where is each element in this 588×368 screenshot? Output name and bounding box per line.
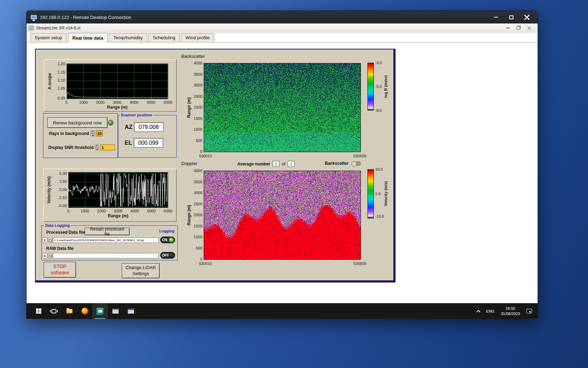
rdp-maximize-button[interactable]: [505, 13, 518, 22]
snr-spinner[interactable]: [95, 144, 99, 150]
raw-data-file-label: RAW Data file: [46, 246, 74, 251]
app-title: StreamLine XR v14-6.vi: [36, 26, 80, 30]
scanner-position-box: [118, 115, 177, 158]
tab-temp-humidity[interactable]: Temp/humidity: [109, 33, 147, 42]
streamline-app-window: StreamLine XR v14-6.vi System setup Real…: [27, 23, 538, 303]
colorbar-tick: -8.0: [375, 108, 382, 113]
backscatter-toggle-label: Backscatter: [325, 161, 349, 166]
logging-on-led: [169, 238, 173, 242]
snr-value-field[interactable]: 1: [100, 144, 115, 150]
task-view-icon: [51, 309, 56, 313]
labview-vi-icon: [29, 26, 34, 30]
rdp-window: 192.168.0.122 - Remote Desktop Connectio…: [26, 11, 538, 319]
browse-icon[interactable]: [48, 238, 52, 243]
tray-expand-icon[interactable]: [476, 310, 480, 314]
doppler-colorbar-label: Velocity (m/s): [383, 169, 388, 218]
streamline-app-icon: [97, 308, 104, 315]
velocity-chart-frame: [43, 169, 177, 222]
firefox-icon: [82, 308, 88, 314]
streamline-taskbar-button[interactable]: [92, 303, 108, 319]
taskbar-app-button-2[interactable]: [123, 303, 139, 319]
rdp-close-button[interactable]: [520, 13, 533, 22]
raw-logging-toggle[interactable]: OFF: [160, 252, 175, 259]
backscatter-heatmap: [180, 59, 371, 161]
app-titlebar[interactable]: StreamLine XR v14-6.vi: [27, 23, 538, 33]
processed-logging-toggle[interactable]: ON: [160, 237, 175, 243]
drive-letter-icon[interactable]: C: [43, 253, 47, 258]
average-of-field[interactable]: 1: [288, 161, 294, 167]
stop-software-button[interactable]: STOP software: [44, 262, 76, 278]
colorbar-tick: -5.5: [375, 84, 382, 89]
tab-real-time-data[interactable]: Real time data: [68, 33, 108, 42]
el-value-field[interactable]: 000.099: [134, 138, 163, 148]
action-center-icon[interactable]: [526, 309, 532, 313]
app-client-area: Renew background now Rays in background …: [27, 42, 538, 303]
browse-icon[interactable]: [48, 253, 52, 258]
stop-line1: STOP: [53, 264, 66, 270]
spinner-down-icon[interactable]: [95, 148, 99, 151]
task-view-button[interactable]: [46, 303, 62, 319]
ascope-chart: [44, 60, 176, 111]
rdp-titlebar[interactable]: 192.168.0.122 - Remote Desktop Connectio…: [27, 11, 538, 23]
taskbar-clock[interactable]: 18:50 31/08/2023: [501, 306, 520, 316]
remote-desktop-area: StreamLine XR v14-6.vi System setup Real…: [27, 23, 538, 319]
change-line2: Settings: [133, 271, 149, 277]
clock-time: 18:50: [501, 306, 520, 311]
drive-letter-icon[interactable]: C: [43, 238, 47, 243]
of-label: of: [282, 162, 285, 166]
rdp-computer-icon: [31, 15, 37, 19]
restart-processed-file-button[interactable]: Restart processed file: [85, 228, 130, 235]
rdp-minimize-button[interactable]: [489, 13, 503, 22]
small-document-window-icon: [128, 309, 134, 314]
file-explorer-button[interactable]: [62, 303, 77, 319]
tab-scheduling[interactable]: Scheduling: [148, 33, 180, 42]
spinner-down-icon[interactable]: [91, 134, 94, 137]
logging-label: Logging: [158, 229, 175, 233]
doppler-section-title: Doppler: [181, 161, 197, 166]
rays-spinner[interactable]: [91, 130, 94, 136]
off-label: OFF: [162, 253, 169, 257]
data-logging-label: Data Logging: [44, 223, 71, 227]
renew-background-button[interactable]: Renew background now: [47, 117, 107, 128]
doppler-heatmap: [180, 166, 371, 270]
rays-in-background-label: Rays in background: [49, 131, 89, 136]
average-number-label: Average number: [237, 162, 270, 166]
spinner-up-icon[interactable]: [91, 130, 94, 134]
stop-line2: software: [51, 270, 69, 276]
start-button[interactable]: [31, 303, 46, 319]
folder-icon: [66, 309, 72, 313]
rdp-title: 192.168.0.122 - Remote Desktop Connectio…: [40, 15, 131, 20]
processed-path-field[interactable]: C:\Lidar\Data\Proc\2023\202308\20230831\…: [53, 238, 159, 243]
display-snr-threshold-label: Display SNR threshold: [48, 145, 93, 150]
spinner-up-icon[interactable]: [95, 144, 99, 148]
az-label: AZ: [125, 124, 133, 131]
app-restore-icon[interactable]: [517, 26, 520, 29]
firefox-button[interactable]: [77, 303, 92, 319]
app-close-icon[interactable]: [527, 26, 531, 30]
backscatter-colorbar: [368, 63, 374, 110]
change-line1: Change LiDAR: [126, 265, 156, 271]
system-tray: ENG 18:50 31/08/2023: [477, 306, 538, 316]
taskbar: ENG 18:50 31/08/2023: [27, 303, 538, 319]
doppler-colorbar: [368, 169, 374, 218]
raw-path-field[interactable]: [53, 253, 159, 258]
colorbar-tick: 10.0: [375, 167, 383, 171]
az-value-field[interactable]: 079.008: [134, 122, 163, 132]
logging-off-led: [169, 253, 173, 257]
renew-status-led: [108, 120, 113, 125]
rays-value-field[interactable]: 10: [96, 130, 103, 136]
app-minimize-icon[interactable]: [506, 28, 510, 28]
desktop-background: 192.168.0.122 - Remote Desktop Connectio…: [0, 0, 588, 368]
average-number-field[interactable]: 1: [273, 161, 279, 167]
tab-system-setup[interactable]: System setup: [30, 33, 67, 42]
taskbar-app-button-1[interactable]: [108, 303, 123, 319]
backscatter-toggle[interactable]: [351, 162, 361, 165]
backscatter-colorbar-label: log B (/m/sr): [383, 63, 388, 110]
tab-wind-profile[interactable]: Wind profile: [181, 33, 214, 42]
minimize-icon: [494, 17, 498, 18]
small-app-window-icon: [112, 309, 119, 314]
velocity-chart: [44, 169, 176, 221]
language-indicator[interactable]: ENG: [486, 309, 495, 313]
change-lidar-settings-button[interactable]: Change LiDAR Settings: [122, 263, 160, 278]
scanner-position-label: Scanner position: [120, 113, 153, 117]
